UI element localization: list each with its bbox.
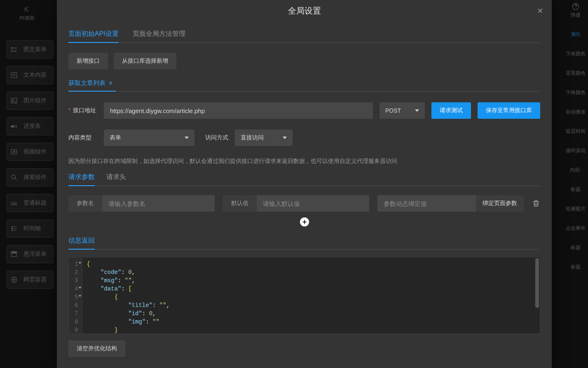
dialog-header: 全局设置 [57, 0, 552, 21]
access-mode-select[interactable]: 直接访问 [235, 130, 293, 146]
param-name-input[interactable] [102, 195, 215, 212]
api-url-input[interactable] [104, 102, 373, 119]
outer-tabs: 页面初始API设置 页面全局方法管理 [68, 30, 540, 43]
param-bind-group: 绑定页面参数 [377, 195, 524, 212]
api-url-row: *接口地址 POST 请求测试 保存至常用接口库 [68, 102, 540, 119]
dialog-body: 页面初始API设置 页面全局方法管理 新增接口 从接口库选择新增 获取文章列表 … [57, 21, 552, 368]
required-mark: * [68, 107, 70, 113]
http-method-select[interactable]: POST [380, 102, 425, 119]
content-type-row: 内容类型 表单 访问方式 直接访问 [68, 130, 540, 146]
api-action-row: 新增接口 从接口库选择新增 [68, 53, 540, 69]
subtab-headers[interactable]: 请求头 [106, 173, 126, 186]
code-scrollbar[interactable] [535, 258, 539, 308]
close-icon [537, 7, 543, 14]
api-instance-tabs: 获取文章列表 × [68, 79, 540, 92]
trash-icon [532, 199, 540, 208]
param-default-input[interactable] [257, 195, 369, 212]
test-request-button[interactable]: 请求测试 [431, 102, 471, 119]
code-gutter: 1 2 3 4 5 6 7 8 9 [69, 257, 82, 333]
content-type-value: 表单 [110, 134, 121, 142]
content-type-label: 内容类型 [68, 134, 97, 142]
save-to-library-button[interactable]: 保存至常用接口库 [478, 102, 540, 119]
api-instance-tab[interactable]: 获取文章列表 × [68, 79, 116, 91]
add-api-button[interactable]: 新增接口 [68, 53, 108, 69]
response-title: 信息返回 [68, 236, 95, 249]
param-name-group: 参数名 [68, 195, 215, 212]
global-settings-dialog: 全局设置 页面初始API设置 页面全局方法管理 新增接口 从接口库选择新增 获取… [57, 0, 552, 368]
chevron-down-icon [415, 109, 419, 112]
response-section-header: 信息返回 [68, 236, 540, 250]
dialog-title: 全局设置 [288, 5, 321, 17]
response-code-editor[interactable]: 1 2 3 4 5 6 7 8 9 { "code": 0, "msg": ""… [68, 257, 540, 334]
add-from-library-button[interactable]: 从接口库选择新增 [114, 53, 176, 69]
request-subtabs: 请求参数 请求头 [68, 173, 540, 186]
param-default-label: 默认值 [223, 195, 257, 212]
delete-param-button[interactable] [532, 199, 540, 208]
bind-page-param-button[interactable]: 绑定页面参数 [476, 195, 524, 212]
param-default-group: 默认值 [223, 195, 369, 212]
subtab-params[interactable]: 请求参数 [68, 173, 95, 186]
clear-structure-row: 清空并优化结构 [68, 340, 540, 357]
param-row: 参数名 默认值 绑定页面参数 [68, 195, 540, 212]
tab-global-methods[interactable]: 页面全局方法管理 [133, 30, 185, 42]
plus-icon [302, 219, 307, 225]
add-param-row [68, 217, 540, 226]
dialog-close-button[interactable] [535, 6, 545, 16]
cors-note: 因为部分接口存在跨域限制，如选择代理访问，默认会通过我们提供接口进行请求来返回数… [68, 157, 540, 165]
clear-structure-button[interactable]: 清空并优化结构 [68, 340, 125, 357]
api-url-label: *接口地址 [68, 107, 97, 114]
http-method-value: POST [385, 107, 401, 114]
code-content: { "code": 0, "msg": "", "data": [ { "tit… [82, 257, 540, 333]
param-name-label: 参数名 [68, 195, 102, 212]
tab-initial-api[interactable]: 页面初始API设置 [68, 30, 119, 42]
access-mode-label: 访问方式 [205, 134, 228, 142]
add-param-button[interactable] [300, 217, 309, 226]
api-instance-name: 获取文章列表 [68, 79, 105, 87]
api-instance-close[interactable]: × [109, 80, 112, 87]
access-mode-value: 直接访问 [241, 134, 264, 142]
chevron-down-icon [185, 137, 189, 139]
param-dynamic-input[interactable] [377, 195, 476, 212]
content-type-select[interactable]: 表单 [104, 130, 194, 146]
chevron-down-icon [283, 137, 287, 139]
